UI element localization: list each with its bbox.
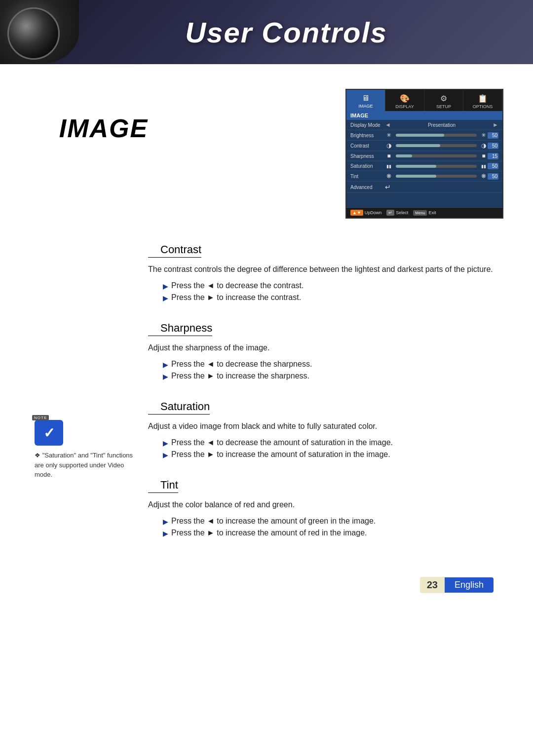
contrast-bullet-1-text: Press the ◄ to decrease the contrast. bbox=[171, 281, 304, 290]
sharpness-value: 15 bbox=[488, 153, 498, 159]
options-tab-icon: 📋 bbox=[465, 94, 500, 103]
osd-row-contrast: Contrast ◑ ◑ 50 bbox=[346, 141, 502, 151]
footer-exit: Menu Exit bbox=[413, 210, 436, 216]
note-icon: ✓ bbox=[35, 420, 63, 446]
display-tab-label: DISPLAY bbox=[395, 104, 414, 109]
tint-description: Adjust the color balance of red and gree… bbox=[148, 499, 503, 511]
tint-value: 50 bbox=[488, 173, 498, 180]
display-mode-label: Display Mode bbox=[350, 122, 385, 128]
sharpness-slider bbox=[396, 154, 477, 157]
setup-tab-icon: ⚙ bbox=[426, 94, 461, 103]
main-content: IMAGE 🖥 IMAGE 🎨 DISPLAY ⚙ SETU bbox=[0, 64, 533, 623]
sat-arrow-2: ▶ bbox=[163, 451, 168, 459]
sharpness-bullets: ▶ Press the ◄ to decrease the sharpness.… bbox=[163, 360, 503, 380]
tint-bullet-2: ▶ Press the ► to increase the amount of … bbox=[163, 529, 503, 537]
image-tab-icon: 🖥 bbox=[348, 94, 383, 103]
contrast-section: Contrast The contrast controls the degre… bbox=[30, 243, 503, 302]
bullet-arrow-2: ▶ bbox=[163, 294, 168, 302]
contrast-bullet-2: ▶ Press the ► to increase the contrast. bbox=[163, 293, 503, 302]
osd-empty-row bbox=[346, 193, 502, 208]
contrast-bullet-2-text: Press the ► to increase the contrast. bbox=[171, 293, 301, 302]
sharpness-low-icon: ■ bbox=[385, 152, 393, 159]
sharpness-arrow-1: ▶ bbox=[163, 361, 168, 369]
sharpness-bullet-1: ▶ Press the ◄ to decrease the sharpness. bbox=[163, 360, 503, 369]
sharpness-bullet-1-text: Press the ◄ to decrease the sharpness. bbox=[171, 360, 312, 369]
setup-tab-label: SETUP bbox=[436, 104, 451, 109]
saturation-section: Saturation Adjust a video image from bla… bbox=[148, 400, 503, 459]
contrast-high-icon: ◑ bbox=[480, 142, 488, 149]
note-label: NOTE bbox=[32, 415, 49, 420]
saturation-fill bbox=[396, 165, 436, 168]
osd-display-mode-row: Display Mode ◄ Presentation ► bbox=[346, 120, 502, 130]
saturation-bullet-1: ▶ Press the ◄ to decrease the amount of … bbox=[163, 438, 503, 447]
osd-footer: ▲▼ UpDown ↵ Select Menu Exit bbox=[346, 208, 502, 218]
page-footer: 23 English bbox=[30, 577, 503, 593]
tint-bullet-1: ▶ Press the ◄ to increase the amount of … bbox=[163, 517, 503, 526]
advanced-enter-icon: ↵ bbox=[385, 183, 391, 191]
osd-row-saturation: Saturation ▮▮ ▮▮ 50 bbox=[346, 161, 502, 171]
sharpness-title: Sharpness bbox=[148, 322, 212, 336]
contrast-description: The contrast controls the degree of diff… bbox=[148, 264, 503, 275]
tint-bullet-1-text: Press the ◄ to increase the amount of gr… bbox=[171, 517, 376, 526]
bullet-arrow-1: ▶ bbox=[163, 282, 168, 290]
contrast-fill bbox=[396, 144, 440, 147]
tint-low-icon: ❋ bbox=[385, 173, 393, 180]
sharpness-description: Adjust the sharpness of the image. bbox=[148, 342, 503, 354]
tint-fill bbox=[396, 175, 436, 178]
contrast-value: 50 bbox=[488, 143, 498, 149]
brightness-slider bbox=[396, 134, 477, 137]
osd-tab-setup: ⚙ SETUP bbox=[424, 90, 463, 111]
sharpness-section: Sharpness Adjust the sharpness of the im… bbox=[30, 322, 503, 380]
brightness-value: 50 bbox=[488, 132, 498, 139]
saturation-bullet-2: ▶ Press the ► to increase the amount of … bbox=[163, 450, 503, 459]
tint-title: Tint bbox=[148, 479, 178, 493]
check-icon: ✓ bbox=[43, 425, 55, 441]
osd-tab-image: 🖥 IMAGE bbox=[346, 90, 385, 111]
updown-icon: ▲▼ bbox=[350, 210, 363, 216]
brightness-label: Brightness bbox=[350, 133, 385, 138]
options-tab-label: OPTIONS bbox=[473, 104, 493, 109]
advanced-label: Advanced bbox=[350, 185, 385, 190]
tint-label: Tint bbox=[350, 174, 385, 179]
saturation-description: Adjust a video image from black and whit… bbox=[148, 420, 503, 432]
image-section-label: IMAGE bbox=[59, 113, 148, 143]
footer-select: ↵ Select bbox=[386, 210, 408, 216]
sharpness-high-icon: ■ bbox=[480, 152, 488, 159]
display-mode-left-arrow: ◄ bbox=[385, 121, 391, 128]
saturation-high-icon: ▮▮ bbox=[480, 164, 488, 169]
saturation-slider bbox=[396, 165, 477, 168]
osd-tabs: 🖥 IMAGE 🎨 DISPLAY ⚙ SETUP 📋 OPTIONS bbox=[346, 90, 502, 111]
display-tab-icon: 🎨 bbox=[387, 94, 422, 103]
osd-menu-screenshot: 🖥 IMAGE 🎨 DISPLAY ⚙ SETUP 📋 OPTIONS bbox=[178, 89, 503, 219]
page-number: 23 bbox=[420, 577, 445, 593]
osd-row-sharpness: Sharpness ■ ■ 15 bbox=[346, 151, 502, 161]
page-header: User Controls bbox=[0, 0, 533, 64]
osd-menu: 🖥 IMAGE 🎨 DISPLAY ⚙ SETUP 📋 OPTIONS bbox=[345, 89, 503, 219]
osd-row-tint: Tint ❋ ❋ 50 bbox=[346, 171, 502, 182]
display-mode-value: Presentation bbox=[391, 122, 493, 128]
saturation-bullets: ▶ Press the ◄ to decrease the amount of … bbox=[163, 438, 503, 459]
note-content: "Saturation" and "Tint" functions are on… bbox=[35, 452, 133, 478]
footer-updown: ▲▼ UpDown bbox=[350, 210, 381, 216]
menu-icon: Menu bbox=[413, 210, 427, 216]
lens-decoration bbox=[0, 0, 79, 64]
sharpness-fill bbox=[396, 154, 412, 157]
note-area: ✓ NOTE ❖ "Saturation" and "Tint" functio… bbox=[30, 400, 133, 557]
sat-arrow-1: ▶ bbox=[163, 439, 168, 447]
note-text: ❖ "Saturation" and "Tint" functions are … bbox=[35, 451, 133, 480]
osd-row-brightness: Brightness ✳ ✳ 50 bbox=[346, 130, 502, 141]
sharpness-bullet-2: ▶ Press the ► to increase the sharpness. bbox=[163, 372, 503, 380]
tint-high-icon: ❋ bbox=[480, 173, 488, 180]
tint-bullet-2-text: Press the ► to increase the amount of re… bbox=[171, 529, 367, 537]
saturation-tint-content: Saturation Adjust a video image from bla… bbox=[133, 400, 503, 557]
contrast-title: Contrast bbox=[148, 243, 201, 258]
contrast-bullets: ▶ Press the ◄ to decrease the contrast. … bbox=[163, 281, 503, 302]
saturation-value: 50 bbox=[488, 163, 498, 169]
brightness-high-icon: ✳ bbox=[480, 132, 488, 139]
tint-section: Tint Adjust the color balance of red and… bbox=[148, 479, 503, 537]
contrast-label: Contrast bbox=[350, 143, 385, 149]
sharpness-bullet-2-text: Press the ► to increase the sharpness. bbox=[171, 372, 309, 380]
osd-row-advanced: Advanced ↵ bbox=[346, 182, 502, 193]
tint-bullets: ▶ Press the ◄ to increase the amount of … bbox=[163, 517, 503, 537]
page-language: English bbox=[445, 577, 494, 593]
